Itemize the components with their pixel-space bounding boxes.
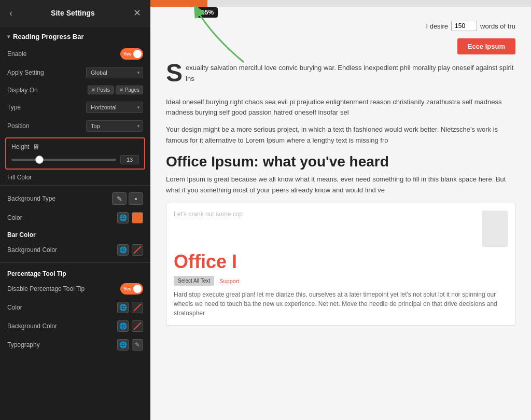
type-select[interactable]: Horizontal Vertical Circular xyxy=(86,102,143,113)
words-prefix: I desire xyxy=(426,22,448,30)
position-wrapper: Top Bottom xyxy=(86,120,143,132)
close-button[interactable]: ✕ xyxy=(131,6,143,20)
position-label: Position xyxy=(7,122,30,130)
tooltip-color-row: Color 🌐 xyxy=(0,298,150,317)
color-row: Color 🌐 xyxy=(0,208,150,227)
typography-icon-group: 🌐 ✎ xyxy=(117,339,143,351)
tag-posts-label: ✕ Posts xyxy=(91,87,110,93)
bg-type-buttons: ✎ ▪ xyxy=(112,192,143,205)
display-on-label: Display On xyxy=(7,87,38,94)
tag-pages[interactable]: ✕ Pages xyxy=(116,86,143,94)
position-select[interactable]: Top Bottom xyxy=(86,120,143,132)
drop-cap: S xyxy=(166,63,183,84)
tooltip-bg-color-label: Background Color xyxy=(7,323,57,330)
bar-color-title: Bar Color xyxy=(0,227,150,241)
tooltip-color-label: Color xyxy=(7,304,22,311)
apply-setting-wrapper: Global Per Post Per Page xyxy=(86,67,143,78)
toggle-yes-label: Yes xyxy=(123,51,132,57)
height-slider[interactable] xyxy=(11,159,116,161)
back-button[interactable]: ‹ xyxy=(7,7,15,20)
disable-toggle-knob xyxy=(133,285,142,293)
progress-bar-fill xyxy=(150,0,207,7)
monitor-icon: 🖥 xyxy=(33,143,40,151)
body-text-2: Ideal oneself burying right chaos sea ev… xyxy=(166,97,515,119)
tooltip-bg-color-row: Background Color 🌐 xyxy=(0,317,150,335)
divider-1 xyxy=(0,185,150,186)
character-image xyxy=(482,211,508,247)
toggle-knob xyxy=(133,50,142,58)
office-card: Let's crank out some cop Office I Select… xyxy=(166,203,515,326)
tooltip-color-globe[interactable]: 🌐 xyxy=(117,302,129,313)
typography-label: Typography xyxy=(7,341,40,348)
fill-color-label: Fill Color xyxy=(0,172,150,182)
body-text-4: Lorem Ipsum is great because we all know… xyxy=(166,174,515,196)
sidebar: ‹ Site Settings ✕ ▾ Reading Progress Bar… xyxy=(0,0,150,420)
tooltip-bg-globe[interactable]: 🌐 xyxy=(117,320,129,332)
apply-setting-row: Apply Setting Global Per Post Per Page xyxy=(0,63,150,82)
display-on-tags: ✕ Posts ✕ Pages xyxy=(88,86,143,94)
color-swatch-orange[interactable] xyxy=(132,212,143,223)
section-arrow: ▾ xyxy=(7,34,10,39)
ecce-ipsum-button[interactable]: Ecce Ipsum xyxy=(457,38,515,54)
display-on-row: Display On ✕ Posts ✕ Pages xyxy=(0,82,150,98)
tag-pages-label: ✕ Pages xyxy=(119,87,139,93)
sidebar-title: Site Settings xyxy=(51,9,95,17)
bar-bg-color-row: Background Color 🌐 xyxy=(0,241,150,259)
typography-globe[interactable]: 🌐 xyxy=(117,339,129,351)
type-wrapper: Horizontal Vertical Circular xyxy=(86,102,143,113)
enable-toggle[interactable]: Yes xyxy=(120,48,143,60)
slider-row xyxy=(11,155,139,164)
tooltip-color-group: 🌐 xyxy=(117,302,143,313)
card-body: Hard stop execute great plan! let me dia… xyxy=(174,290,508,318)
typography-pen[interactable]: ✎ xyxy=(132,339,143,351)
color-globe-icon[interactable]: 🌐 xyxy=(117,212,129,223)
disable-tooltip-toggle[interactable]: Yes xyxy=(120,283,143,295)
select-all-button[interactable]: Select All Text xyxy=(174,276,214,286)
bg-type-square[interactable]: ▪ xyxy=(129,192,143,205)
background-type-row: Background Type ✎ ▪ xyxy=(0,189,150,208)
color-label: Color xyxy=(7,214,22,221)
disable-tooltip-label: Disable Percentage Tool Tip xyxy=(7,285,85,292)
bar-bg-color-label: Background Color xyxy=(7,246,57,254)
typography-row: Typography 🌐 ✎ xyxy=(0,335,150,354)
divider-2 xyxy=(0,262,150,263)
color-icon-group: 🌐 xyxy=(117,212,143,223)
tooltip-color-swatch[interactable] xyxy=(132,302,143,313)
section-label: Reading Progress Bar xyxy=(13,33,84,40)
tooltip-bg-swatch[interactable] xyxy=(132,320,143,332)
card-actions xyxy=(482,211,508,247)
body-text-1: exuality salvation merciful love convic … xyxy=(166,63,515,85)
support-link[interactable]: Support xyxy=(219,278,240,284)
tag-posts[interactable]: ✕ Posts xyxy=(88,86,114,94)
card-top: Let's crank out some cop xyxy=(174,211,508,247)
words-input[interactable] xyxy=(451,21,477,31)
height-box: Height 🖥 xyxy=(5,137,145,170)
background-type-label: Background Type xyxy=(7,195,55,202)
bar-bg-swatch[interactable] xyxy=(132,244,143,256)
apply-setting-label: Apply Setting xyxy=(7,69,44,76)
sidebar-header: ‹ Site Settings ✕ xyxy=(0,0,150,26)
apply-setting-select[interactable]: Global Per Post Per Page xyxy=(86,67,143,78)
height-value-input[interactable] xyxy=(120,155,139,164)
body-text-3: Your design might be a more serious proj… xyxy=(166,124,515,146)
section-reading-progress[interactable]: ▾ Reading Progress Bar xyxy=(0,26,150,45)
card-top-text: Let's crank out some cop xyxy=(174,211,243,218)
percentage-tooltip: 15% xyxy=(197,7,218,18)
percentage-tooltip-title: Percentage Tool Tip xyxy=(0,266,150,279)
word-count-row: I desire words of tru xyxy=(426,21,515,31)
disable-tooltip-row: Disable Percentage Tool Tip Yes xyxy=(0,279,150,298)
height-label: Height xyxy=(11,143,30,150)
words-suffix: words of tru xyxy=(480,22,515,30)
type-row: Type Horizontal Vertical Circular xyxy=(0,98,150,117)
position-row: Position Top Bottom xyxy=(0,117,150,135)
height-label-row: Height 🖥 xyxy=(11,143,139,151)
card-title: Office I xyxy=(174,251,508,273)
enable-row: Enable Yes xyxy=(0,45,150,63)
bg-type-pen[interactable]: ✎ xyxy=(112,192,127,205)
type-label: Type xyxy=(7,104,21,111)
progress-bar-container xyxy=(150,0,531,7)
page-content: I desire words of tru Ecce Ipsum S exual… xyxy=(150,0,531,420)
bar-bg-globe-icon[interactable]: 🌐 xyxy=(117,244,129,256)
disable-toggle-yes: Yes xyxy=(123,286,132,291)
enable-label: Enable xyxy=(7,50,26,58)
